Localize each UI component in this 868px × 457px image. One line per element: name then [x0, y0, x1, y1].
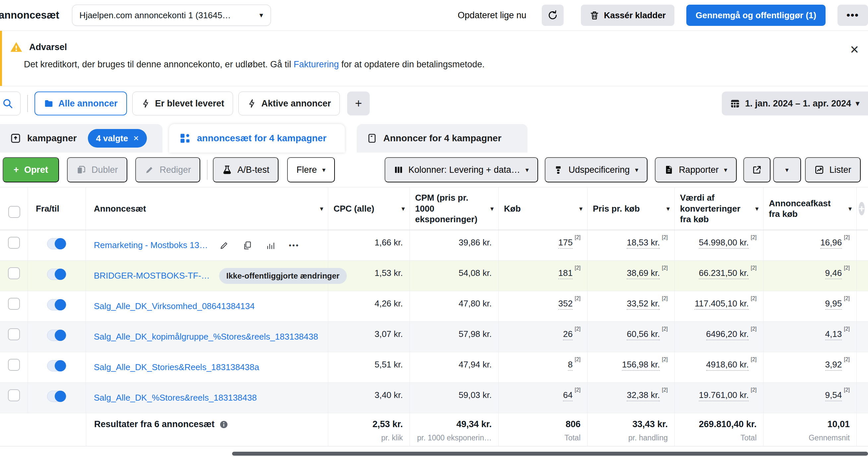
close-icon[interactable]: ×	[850, 42, 859, 57]
more-options-button[interactable]: •••	[837, 5, 868, 26]
info-icon[interactable]	[219, 420, 228, 429]
header-cpm[interactable]: CPM (pris pr. 1000 eksponeringer) ▾	[410, 187, 499, 230]
table-row: BRIDGER-MOSTBOKS-TF-… Ikke-offentliggjor…	[0, 261, 868, 291]
row-toggle[interactable]	[47, 391, 66, 402]
trend-chart-icon	[814, 165, 824, 175]
totals-label: Resultater fra 6 annoncesæt	[94, 419, 215, 429]
totals-cpc-value: 2,53 kr.	[372, 419, 403, 429]
reports-label: Rapporter	[679, 165, 718, 175]
tab-adsets[interactable]: annoncesæt for 4 kampagner	[169, 124, 345, 153]
campaigns-selected-pill[interactable]: 4 valgte ×	[88, 129, 147, 148]
discard-drafts-button[interactable]: Kassér kladder	[581, 5, 674, 26]
columns-button[interactable]: Kolonner: Levering + data… ▾	[384, 157, 538, 182]
horizontal-scrollbar[interactable]	[232, 452, 868, 456]
conversion-value: 4918,60 kr.	[706, 360, 749, 371]
publish-button[interactable]: Gennemgå og offentliggør (1)	[686, 5, 826, 26]
ab-test-button[interactable]: A/B-test	[213, 157, 279, 182]
adset-name-link[interactable]: BRIDGER-MOSTBOKS-TF-…	[94, 271, 210, 281]
adset-name-link[interactable]: Remarketing - Mostboks 13…	[94, 240, 208, 250]
header-purchases[interactable]: Køb ▾	[499, 187, 588, 230]
tab-campaigns[interactable]: kampagner 4 valgte ×	[0, 124, 162, 153]
row-checkbox[interactable]	[8, 298, 20, 310]
tab-ads[interactable]: Annoncer for 4 kampagner	[357, 124, 527, 153]
columns-label: Kolonner: Levering + data…	[408, 165, 520, 175]
columns-icon	[394, 165, 403, 175]
search-button[interactable]	[0, 92, 21, 115]
add-column-icon[interactable]: +	[859, 202, 865, 215]
more-actions-button[interactable]: Flere ▾	[287, 157, 335, 182]
chevron-down-icon[interactable]: ▾	[320, 205, 323, 212]
export-options-button[interactable]: ▾	[773, 157, 801, 182]
reports-button[interactable]: Rapporter ▾	[655, 157, 736, 182]
adset-name-link[interactable]: Salg_Alle_DK_Virksomhed_08641384134	[94, 301, 255, 311]
row-toggle[interactable]	[47, 238, 66, 249]
account-selector[interactable]: Hjaelpen.com annoncekonti 1 (31645… ▾	[72, 5, 271, 26]
roas-value: 9,95	[825, 299, 842, 310]
header-cost-per-purchase[interactable]: Pris pr. køb ▾	[588, 187, 675, 230]
warning-message: Det kreditkort, der bruges til denne ann…	[0, 53, 868, 70]
table-header-row: Fra/til Annoncesæt ▾ CPC (alle) ▾ CPM (p…	[0, 187, 868, 230]
filter-bar: Alle annoncer Er blevet leveret Aktive a…	[0, 86, 868, 121]
row-checkbox[interactable]	[8, 389, 20, 401]
table-row: Salg_Alle_DK_%Stores&reels_183138438 3,4…	[0, 383, 868, 413]
row-more-icon[interactable]: •••	[289, 241, 300, 250]
bar-chart-icon[interactable]	[266, 240, 276, 250]
row-checkbox[interactable]	[8, 359, 20, 371]
row-checkbox[interactable]	[8, 237, 20, 249]
billing-link[interactable]: Fakturering	[293, 59, 339, 69]
duplicate-button[interactable]: Dubler	[67, 157, 127, 182]
edit-pencil-icon[interactable]	[219, 240, 229, 250]
row-toggle[interactable]	[47, 299, 66, 310]
create-label: Opret	[24, 165, 48, 175]
chevron-down-icon[interactable]: ▾	[666, 205, 670, 212]
charts-button[interactable]: Lister	[805, 157, 861, 182]
level-tabs: kampagner 4 valgte × annoncesæt for 4 ka…	[0, 121, 868, 153]
row-checkbox[interactable]	[8, 328, 20, 340]
lightning-icon	[141, 99, 151, 108]
totals-cpc-sub: pr. klik	[381, 433, 403, 443]
select-all-checkbox[interactable]	[8, 206, 20, 218]
filter-active-ads[interactable]: Aktive annoncer	[238, 92, 340, 115]
filter-delivered[interactable]: Er blevet leveret	[132, 92, 234, 115]
refresh-button[interactable]	[542, 5, 564, 26]
chevron-down-icon[interactable]: ▾	[402, 205, 405, 212]
edit-button[interactable]: Rediger	[135, 157, 200, 182]
create-button[interactable]: + Opret	[3, 157, 59, 182]
close-icon[interactable]: ×	[133, 133, 138, 144]
header-purchases-label: Køb	[504, 203, 521, 214]
chevron-down-icon[interactable]: ▾	[490, 205, 494, 212]
adsets-table: Fra/til Annoncesæt ▾ CPC (alle) ▾ CPM (p…	[0, 187, 868, 447]
adset-name-link[interactable]: Salg_Alle_DK_kopimålgruppe_%Stores&reels…	[94, 332, 318, 342]
header-name[interactable]: Annoncesæt ▾	[86, 187, 328, 230]
row-toggle[interactable]	[47, 360, 66, 371]
adset-name-link[interactable]: Salg_Alle_DK_%Stores&reels_183138438	[94, 393, 257, 403]
top-bar: annoncesæt Hjaelpen.com annoncekonti 1 (…	[0, 0, 868, 31]
filter-all-ads[interactable]: Alle annoncer	[34, 92, 127, 115]
totals-roas-value: 10,01	[827, 419, 850, 429]
header-conversion-value[interactable]: Værdi af konverteringer fra køb ▾	[675, 187, 764, 230]
row-toggle[interactable]	[47, 269, 66, 280]
row-checkbox[interactable]	[8, 267, 20, 279]
header-add-column: +	[857, 187, 868, 230]
header-name-label: Annoncesæt	[94, 203, 146, 214]
header-roas[interactable]: Annonceafkast fra køb ▾	[764, 187, 857, 230]
copy-icon[interactable]	[242, 240, 252, 250]
filter-active-ads-label: Aktive annoncer	[261, 98, 331, 109]
chevron-down-icon[interactable]: ▾	[579, 205, 583, 212]
cpm-value: 39,86 kr.	[459, 238, 492, 248]
breakdown-button[interactable]: Udspecificering ▾	[545, 157, 648, 182]
adset-name-link[interactable]: Salg_Alle_DK_Stories&Reels_183138438a	[94, 362, 259, 372]
add-filter-button[interactable]: +	[347, 92, 370, 115]
chevron-down-icon[interactable]: ▾	[755, 205, 758, 212]
date-range-selector[interactable]: 1. jan. 2024 – 1. apr. 2024 ▾	[722, 92, 868, 115]
cost-per-purchase-value: 38,69 kr.	[627, 268, 660, 279]
cost-per-purchase-value: 32,38 kr.	[627, 390, 660, 401]
row-toggle[interactable]	[47, 330, 66, 341]
header-cpc[interactable]: CPC (alle) ▾	[328, 187, 410, 230]
tab-ads-label: Annoncer for 4 kampagner	[383, 133, 501, 144]
chevron-down-icon[interactable]: ▾	[848, 205, 852, 212]
export-button[interactable]	[743, 157, 771, 182]
purchases-value: 64	[563, 390, 572, 401]
tab-adsets-label: annoncesæt for 4 kampagner	[197, 133, 327, 144]
export-icon	[752, 165, 762, 175]
